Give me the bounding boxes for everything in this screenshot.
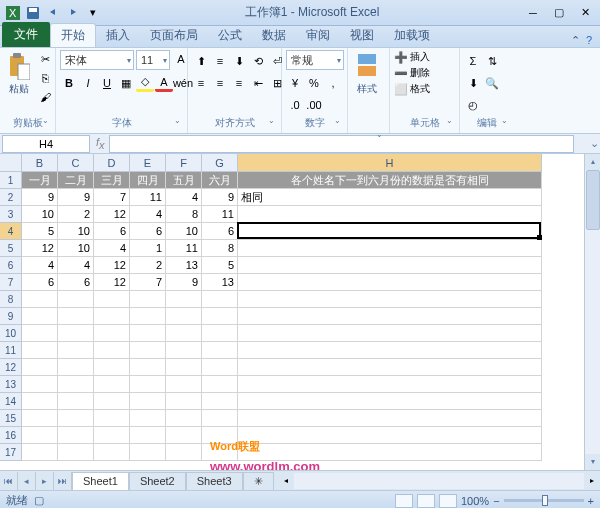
row-header-3[interactable]: 3	[0, 206, 22, 223]
styles-button[interactable]: 样式	[352, 50, 382, 98]
row-header-10[interactable]: 10	[0, 325, 22, 342]
cell[interactable]	[238, 257, 542, 274]
ribbon-min-icon[interactable]: ⌃	[571, 34, 580, 47]
cell[interactable]	[166, 342, 202, 359]
view-break-icon[interactable]	[439, 494, 457, 508]
cell[interactable]: 4	[22, 257, 58, 274]
select-all-corner[interactable]	[0, 154, 22, 172]
bold-icon[interactable]: B	[60, 74, 78, 92]
cell[interactable]	[22, 444, 58, 461]
cell[interactable]: 5	[22, 223, 58, 240]
cell[interactable]: 四月	[130, 172, 166, 189]
cell[interactable]	[166, 393, 202, 410]
underline-icon[interactable]: U	[98, 74, 116, 92]
align-bot-icon[interactable]: ⬇	[230, 52, 248, 70]
tab-insert[interactable]: 插入	[96, 24, 140, 47]
cell[interactable]	[130, 291, 166, 308]
row-header-16[interactable]: 16	[0, 427, 22, 444]
cell[interactable]: 三月	[94, 172, 130, 189]
scroll-up-icon[interactable]: ▴	[585, 154, 600, 170]
cell[interactable]	[238, 342, 542, 359]
cell[interactable]	[130, 359, 166, 376]
tab-review[interactable]: 审阅	[296, 24, 340, 47]
cell[interactable]	[58, 342, 94, 359]
close-icon[interactable]: ✕	[574, 5, 596, 21]
cell[interactable]: 六月	[202, 172, 238, 189]
fill-icon[interactable]: ⬇	[464, 74, 482, 92]
cell[interactable]	[238, 410, 542, 427]
dec-decimal-icon[interactable]: .00	[305, 96, 323, 114]
cell[interactable]: 五月	[166, 172, 202, 189]
cell[interactable]	[22, 393, 58, 410]
cell[interactable]	[22, 342, 58, 359]
formula-bar[interactable]	[109, 135, 574, 153]
cell[interactable]	[94, 410, 130, 427]
undo-icon[interactable]	[44, 4, 62, 22]
indent-dec-icon[interactable]: ⇤	[249, 74, 267, 92]
cell[interactable]: 2	[130, 257, 166, 274]
fill-color-icon[interactable]: ◇	[136, 74, 154, 92]
sheet-tab-Sheet2[interactable]: Sheet2	[129, 472, 186, 490]
cell[interactable]	[166, 427, 202, 444]
cell[interactable]	[58, 410, 94, 427]
cell[interactable]	[58, 308, 94, 325]
sheet-tab-Sheet3[interactable]: Sheet3	[186, 472, 243, 490]
cell[interactable]	[238, 206, 542, 223]
row-header-12[interactable]: 12	[0, 359, 22, 376]
cell[interactable]	[238, 325, 542, 342]
align-left-icon[interactable]: ≡	[192, 74, 210, 92]
cell[interactable]: 12	[94, 274, 130, 291]
sheet-tab-Sheet1[interactable]: Sheet1	[72, 472, 129, 490]
row-header-4[interactable]: 4	[0, 223, 22, 240]
row-header-6[interactable]: 6	[0, 257, 22, 274]
cell[interactable]: 11	[202, 206, 238, 223]
cell[interactable]	[202, 308, 238, 325]
col-header-C[interactable]: C	[58, 154, 94, 172]
new-sheet-icon[interactable]: ✳	[243, 472, 274, 490]
cell[interactable]	[238, 274, 542, 291]
align-mid-icon[interactable]: ≡	[211, 52, 229, 70]
cell[interactable]: 6	[94, 223, 130, 240]
cell[interactable]	[94, 376, 130, 393]
cell[interactable]: 4	[130, 206, 166, 223]
cell[interactable]	[130, 410, 166, 427]
format-cells-icon[interactable]: ⬜	[394, 83, 408, 96]
scroll-right-icon[interactable]: ▸	[584, 473, 600, 489]
save-icon[interactable]	[24, 4, 42, 22]
cell[interactable]	[94, 342, 130, 359]
cell[interactable]: 5	[202, 257, 238, 274]
cell[interactable]	[22, 410, 58, 427]
font-size-combo[interactable]: 11	[136, 50, 170, 70]
row-header-7[interactable]: 7	[0, 274, 22, 291]
cell[interactable]	[238, 308, 542, 325]
macro-icon[interactable]: ▢	[34, 494, 44, 507]
cell[interactable]	[22, 359, 58, 376]
clear-icon[interactable]: ◴	[464, 96, 482, 114]
cell[interactable]	[130, 376, 166, 393]
zoom-thumb[interactable]	[542, 495, 548, 506]
cell[interactable]: 6	[130, 223, 166, 240]
border-icon[interactable]: ▦	[117, 74, 135, 92]
scroll-left-icon[interactable]: ◂	[278, 473, 294, 489]
cell[interactable]: 10	[58, 223, 94, 240]
cell[interactable]	[94, 291, 130, 308]
cell[interactable]: 二月	[58, 172, 94, 189]
cell[interactable]	[166, 410, 202, 427]
cell[interactable]	[22, 325, 58, 342]
cell[interactable]: 4	[166, 189, 202, 206]
paste-button[interactable]: 粘贴	[4, 50, 34, 98]
comma-icon[interactable]: ,	[324, 74, 342, 92]
cell[interactable]: 10	[58, 240, 94, 257]
row-header-13[interactable]: 13	[0, 376, 22, 393]
cell[interactable]	[58, 376, 94, 393]
autosum-icon[interactable]: Σ	[464, 52, 482, 70]
cell[interactable]	[202, 325, 238, 342]
cell[interactable]	[166, 291, 202, 308]
cell[interactable]: 7	[94, 189, 130, 206]
cell[interactable]: 9	[58, 189, 94, 206]
cell[interactable]	[94, 393, 130, 410]
cut-icon[interactable]: ✂	[36, 50, 54, 68]
tab-data[interactable]: 数据	[252, 24, 296, 47]
number-format-combo[interactable]: 常规	[286, 50, 344, 70]
find-icon[interactable]: 🔍	[483, 74, 501, 92]
